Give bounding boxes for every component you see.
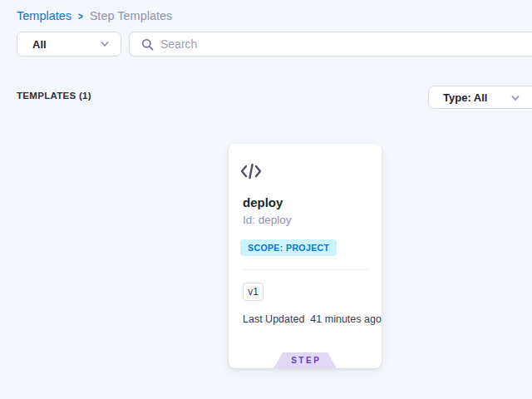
- search-icon: [141, 38, 154, 51]
- version-chip[interactable]: v1: [243, 283, 264, 301]
- last-updated: Last Updated 41 minutes ago: [243, 313, 382, 325]
- scope-filter-dropdown[interactable]: All: [17, 32, 121, 57]
- template-title: deploy: [243, 195, 283, 209]
- chevron-down-icon: [100, 39, 110, 49]
- last-updated-value: 41 minutes ago: [310, 313, 381, 325]
- scope-filter-value: All: [17, 38, 100, 51]
- type-filter-dropdown[interactable]: Type: All: [428, 86, 532, 109]
- chevron-down-icon: [510, 93, 520, 103]
- card-divider: [243, 269, 368, 270]
- search-input[interactable]: [154, 37, 532, 51]
- last-updated-label: Last Updated: [243, 313, 304, 325]
- breadcrumb-separator-icon: >: [78, 10, 83, 22]
- templates-count-label: TEMPLATES (1): [17, 91, 91, 101]
- search-box[interactable]: [129, 32, 532, 57]
- code-icon: [240, 162, 262, 180]
- type-filter-value: Type: All: [429, 91, 487, 104]
- template-card-deploy[interactable]: deploy Id: deploy SCOPE: PROJECT v1 Last…: [229, 144, 382, 368]
- breadcrumb-templates-link[interactable]: Templates: [17, 9, 71, 22]
- breadcrumb-current-page: Step Templates: [90, 9, 173, 22]
- template-id: Id: deploy: [243, 214, 292, 226]
- breadcrumb: Templates > Step Templates: [17, 9, 172, 22]
- template-type-tag: STEP: [273, 352, 337, 368]
- scope-badge: SCOPE: PROJECT: [240, 239, 337, 256]
